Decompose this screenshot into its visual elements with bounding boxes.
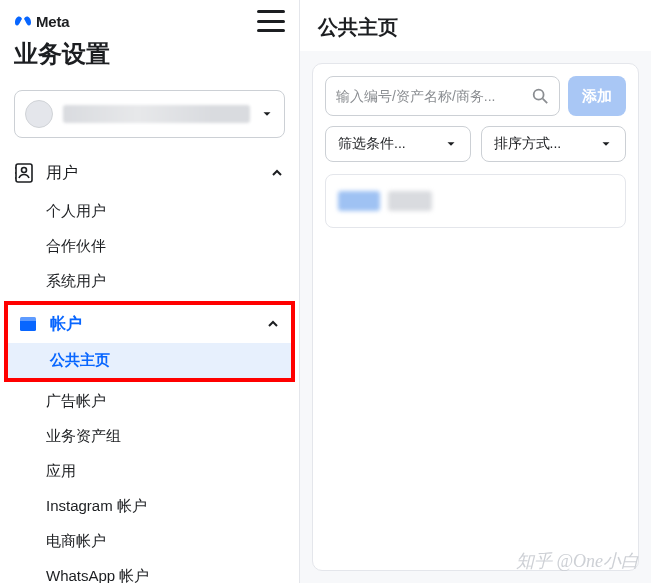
chevron-up-icon [265,316,281,332]
list-item-name-redacted [388,191,432,211]
brand[interactable]: Meta [14,12,69,30]
caret-down-icon [599,137,613,151]
section-label: 用户 [46,163,257,184]
nav-item-partners[interactable]: 合作伙伴 [0,229,299,264]
page-title: 业务设置 [14,38,285,70]
avatar [25,100,53,128]
search-icon [531,87,549,105]
brand-name: Meta [36,13,69,30]
sort-dropdown[interactable]: 排序方式... [481,126,627,162]
sidebar-nav: 用户 个人用户 合作伙伴 系统用户 帐户 公共主页 广告帐户 业务资产组 应用 … [0,152,299,583]
caret-down-icon [444,137,458,151]
nav-section-accounts[interactable]: 帐户 [8,305,291,343]
search-box[interactable] [325,76,560,116]
section-label: 帐户 [50,314,253,335]
nav-item-commerce[interactable]: 电商帐户 [0,524,299,559]
account-name-redacted [63,105,250,123]
caret-down-icon [260,107,274,121]
nav-section-users[interactable]: 用户 [0,152,299,194]
main: 公共主页 添加 筛选条件... 排序方式... [300,0,651,583]
nav-item-instagram[interactable]: Instagram 帐户 [0,489,299,524]
nav-item-pages[interactable]: 公共主页 [8,343,291,378]
svg-point-1 [22,168,27,173]
svg-point-4 [534,90,544,100]
filter-label: 筛选条件... [338,135,406,153]
accounts-icon [18,313,38,335]
highlight-annotation: 帐户 公共主页 [4,301,295,382]
chevron-up-icon [269,165,285,181]
main-header: 公共主页 [300,0,651,51]
nav-item-system-users[interactable]: 系统用户 [0,264,299,299]
filter-dropdown[interactable]: 筛选条件... [325,126,471,162]
brand-row: Meta [14,10,285,32]
meta-logo-icon [14,12,32,30]
panel: 添加 筛选条件... 排序方式... [312,63,639,571]
search-row: 添加 [325,76,626,116]
main-body: 添加 筛选条件... 排序方式... [300,51,651,583]
add-button[interactable]: 添加 [568,76,626,116]
users-icon [14,162,34,184]
filter-row: 筛选条件... 排序方式... [325,126,626,162]
account-picker[interactable] [14,90,285,138]
sort-label: 排序方式... [494,135,562,153]
sidebar-header: Meta 业务设置 [0,0,299,90]
main-title: 公共主页 [318,14,633,41]
nav-item-personal-users[interactable]: 个人用户 [0,194,299,229]
list-item[interactable] [325,174,626,228]
menu-icon[interactable] [257,10,285,32]
nav-item-ad-accounts[interactable]: 广告帐户 [0,384,299,419]
nav-item-apps[interactable]: 应用 [0,454,299,489]
nav-item-whatsapp[interactable]: WhatsApp 帐户 [0,559,299,583]
svg-rect-3 [20,317,36,321]
list-item-thumb-redacted [338,191,380,211]
sidebar: Meta 业务设置 用户 个人用户 合作伙伴 系统用户 [0,0,300,583]
nav-item-asset-groups[interactable]: 业务资产组 [0,419,299,454]
search-input[interactable] [336,88,531,104]
